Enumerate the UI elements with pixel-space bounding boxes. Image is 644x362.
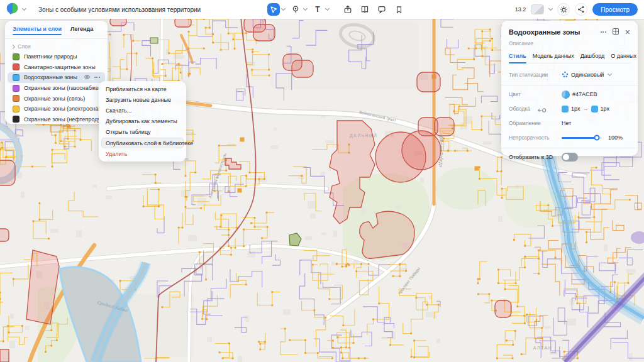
menu-item-delete[interactable]: Удалить — [101, 148, 184, 159]
stroke-color-swatch-to[interactable] — [591, 106, 598, 112]
layer-context-menu: Приблизиться на карте Загрузить новые да… — [99, 81, 186, 162]
text-tool-button[interactable]: T — [311, 3, 329, 16]
layer-color-swatch — [13, 116, 19, 123]
description-placeholder[interactable]: Описание — [509, 40, 630, 47]
styling-type-chevron-icon — [608, 72, 612, 76]
point-tool-button[interactable] — [289, 3, 307, 16]
styling-type-label: Тип стилизации — [509, 72, 562, 78]
menu-item-open-table[interactable]: Открыть таблицу — [101, 127, 184, 138]
map-label: ДАЛЬНИЙ — [350, 133, 377, 138]
opacity-value: 100% — [608, 134, 623, 141]
preview-button[interactable]: Просмотр — [592, 3, 638, 16]
bookmark-button[interactable] — [392, 3, 405, 16]
tab-style[interactable]: Стиль — [509, 53, 526, 63]
text-tool-icon: T — [311, 3, 324, 16]
layer-visibility-eye-icon[interactable] — [84, 74, 91, 81]
layer-row[interactable]: Охранные зоны (электроснабжен — [8, 104, 105, 114]
select-tool-button[interactable] — [267, 3, 285, 16]
color-hex-value[interactable]: #47ACEB — [572, 91, 597, 97]
opacity-label: Непрозрачность — [509, 134, 562, 141]
basemap-chevron-icon[interactable] — [548, 6, 553, 11]
menu-item-publish-layer[interactable]: Опубликовать слой в библиотеке — [101, 138, 184, 148]
opacity-slider-knob[interactable] — [594, 135, 600, 141]
cursor-icon — [267, 3, 280, 16]
text-tool-chevron-icon[interactable] — [325, 6, 330, 11]
layer-color-swatch — [13, 74, 19, 81]
layer-more-icon[interactable] — [94, 77, 100, 78]
menu-item-download[interactable]: Скачать... — [101, 105, 184, 116]
layer-color-swatch — [13, 85, 19, 92]
library-button[interactable] — [358, 3, 371, 16]
share-button[interactable] — [575, 3, 587, 16]
stroke-width-to[interactable]: 1px — [601, 106, 610, 112]
scatter-icon — [562, 71, 569, 79]
layer-color-swatch — [13, 106, 19, 112]
project-title[interactable]: Зоны с особыми условиями использования т… — [38, 6, 201, 13]
point-tool-chevron-icon[interactable] — [303, 6, 308, 11]
layer-color-swatch — [13, 53, 19, 60]
map-label: проспект Победы — [438, 134, 443, 168]
layers-panel: Элементы и слои Легенда Слои Памятники п… — [5, 21, 108, 124]
color-swatch[interactable] — [562, 90, 570, 99]
frame-label: Обрамление — [509, 120, 562, 126]
arrow-right-icon: → — [583, 106, 589, 112]
pin-icon — [289, 3, 302, 16]
layer-row-selected[interactable]: Водоохранные зоны — [8, 72, 105, 83]
settings-button[interactable] — [557, 3, 570, 16]
tab-elements-and-layers[interactable]: Элементы и слои — [13, 26, 62, 35]
menu-item-zoom-to-layer[interactable]: Приблизиться на карте — [101, 84, 184, 94]
tab-data-model[interactable]: Модель данных — [533, 53, 574, 63]
stroke-color-swatch-from[interactable] — [562, 106, 569, 112]
show-3d-toggle[interactable] — [562, 153, 578, 162]
top-toolbar: Зоны с особыми условиями использования т… — [0, 0, 644, 19]
layer-row[interactable]: Санитарно-защитные зоны — [8, 62, 105, 73]
tool-group: T — [267, 0, 405, 19]
map-label: АЛТАН — [533, 346, 553, 350]
app-window: Вознесенский трактпроспект Победыпроспек… — [0, 0, 644, 362]
section-chevron-icon — [11, 44, 15, 48]
stroke-offset-icon — [538, 106, 547, 116]
show-3d-label: Отобразить в 3D — [509, 154, 562, 160]
styling-type-select[interactable]: Одинаковый — [562, 71, 611, 79]
layer-style-panel: Водоохранные зоны × Описание Стиль Модел… — [501, 21, 638, 156]
color-label: Цвет — [509, 91, 562, 97]
menu-item-duplicate-as-elements[interactable]: Дублировать как элементы — [101, 116, 184, 127]
app-logo-icon[interactable] — [6, 2, 19, 17]
zoom-level: 13.2 — [515, 6, 526, 13]
basemap-thumbnail[interactable] — [531, 4, 544, 14]
opacity-slider[interactable] — [562, 137, 602, 139]
panel-title: Водоохранные зоны — [509, 28, 601, 36]
frame-value[interactable]: Нет — [562, 120, 571, 126]
import-button[interactable] — [341, 3, 354, 16]
layer-row[interactable]: Памятники природы — [8, 52, 105, 62]
stroke-width-from[interactable]: 1px — [571, 106, 580, 112]
comments-button[interactable] — [375, 3, 388, 16]
tab-legend[interactable]: Легенда — [70, 26, 93, 35]
layer-color-swatch — [13, 63, 19, 70]
layer-row[interactable]: Охранные зоны (нефтепродуктоп — [8, 114, 105, 125]
layer-row[interactable]: Охранные зоны (газоснабжение) — [8, 83, 105, 94]
tab-about-data[interactable]: О данных — [611, 53, 636, 63]
stroke-label: Обводка — [509, 106, 562, 112]
open-table-icon[interactable] — [612, 26, 619, 38]
panel-more-icon[interactable] — [601, 31, 606, 33]
layer-color-swatch — [13, 95, 19, 102]
logo-menu-chevron-icon[interactable] — [22, 6, 26, 11]
close-icon[interactable]: × — [625, 29, 630, 35]
layers-section-header[interactable]: Слои — [5, 39, 108, 52]
menu-item-load-new-data[interactable]: Загрузить новые данные — [101, 94, 184, 105]
layer-row[interactable]: Охранные зоны (связь) — [8, 93, 105, 104]
select-tool-chevron-icon[interactable] — [281, 6, 286, 11]
tab-dashboard[interactable]: Дашборд — [580, 53, 605, 63]
